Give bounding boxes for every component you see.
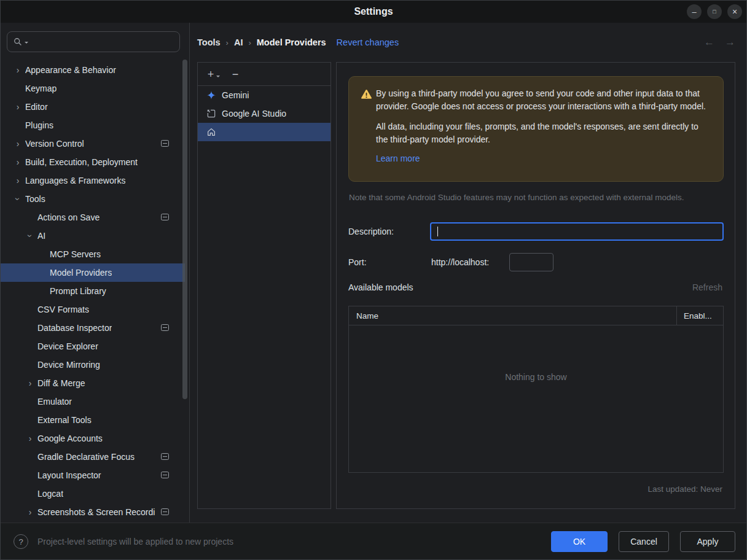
sidebar-item-tools[interactable]: ›Tools	[1, 190, 185, 208]
sidebar-item-editor[interactable]: ›Editor	[1, 98, 185, 116]
close-button[interactable]: ×	[727, 4, 742, 19]
configurable-badge-icon	[161, 324, 169, 331]
providers-toolbar: + −	[198, 63, 330, 86]
sidebar-item-screenshots-screen-recordi[interactable]: ›Screenshots & Screen Recordi	[1, 503, 185, 521]
sidebar-item-label: Model Providers	[50, 268, 112, 278]
chevron-right-icon[interactable]: ›	[10, 66, 25, 74]
provider-list: GeminiGoogle AI Studio	[198, 86, 330, 141]
ai-studio-icon	[206, 109, 216, 119]
sidebar-item-label: AI	[37, 231, 45, 241]
chevron-right-icon[interactable]: ›	[23, 379, 37, 387]
sidebar-item-label: Tools	[25, 194, 45, 204]
sidebar-item-label: Screenshots & Screen Recordi	[37, 507, 155, 517]
sidebar-item-label: Emulator	[37, 397, 72, 406]
sidebar-item-mcp-servers[interactable]: MCP Servers	[1, 245, 185, 263]
sidebar-item-csv-formats[interactable]: CSV Formats	[1, 300, 185, 319]
sidebar-item-build-execution-deployment[interactable]: ›Build, Execution, Deployment	[1, 153, 185, 171]
sidebar-item-device-explorer[interactable]: Device Explorer	[1, 337, 185, 356]
sidebar-scrollbar[interactable]	[182, 60, 187, 399]
warning-banner: By using a third-party model you agree t…	[348, 76, 724, 182]
provider-item-new[interactable]	[198, 123, 330, 141]
sidebar-item-label: Languages & Frameworks	[25, 176, 125, 185]
sidebar-item-keymap[interactable]: Keymap	[1, 79, 185, 98]
gemini-icon	[206, 90, 216, 100]
chevron-right-icon[interactable]: ›	[10, 176, 25, 185]
chevron-right-icon[interactable]: ›	[10, 158, 25, 166]
forward-icon[interactable]: →	[725, 36, 735, 49]
chevron-right-icon[interactable]: ›	[10, 103, 25, 111]
sidebar: ›Appearance & BehaviorKeymap›EditorPlugi…	[1, 23, 190, 523]
breadcrumb-model-providers[interactable]: Model Providers	[257, 37, 326, 47]
maximize-button[interactable]: □	[707, 4, 722, 19]
sidebar-item-label: Layout Inspector	[37, 470, 101, 480]
column-header-name[interactable]: Name	[349, 311, 378, 321]
port-label: Port:	[348, 253, 367, 271]
column-header-enabled[interactable]: Enabl...	[684, 311, 712, 321]
text-caret	[437, 227, 438, 236]
sidebar-item-ai[interactable]: ›AI	[1, 227, 185, 245]
add-provider-button[interactable]: +	[206, 69, 216, 80]
sidebar-item-languages-frameworks[interactable]: ›Languages & Frameworks	[1, 171, 185, 190]
port-input[interactable]	[509, 253, 553, 271]
sidebar-item-emulator[interactable]: Emulator	[1, 392, 185, 411]
cancel-button[interactable]: Cancel	[619, 531, 669, 552]
external-models-note: Note that some Android Studio features m…	[349, 193, 684, 202]
search-history-chevron-icon[interactable]	[25, 42, 28, 45]
minimize-button[interactable]: –	[687, 4, 702, 19]
titlebar[interactable]: Settings – □ ×	[1, 1, 746, 23]
sidebar-item-database-inspector[interactable]: Database Inspector	[1, 319, 185, 337]
breadcrumb-separator-icon: ›	[248, 38, 251, 47]
sidebar-item-diff-merge[interactable]: ›Diff & Merge	[1, 374, 185, 392]
configurable-badge-icon	[161, 453, 169, 460]
window-title: Settings	[1, 1, 746, 23]
sidebar-item-device-mirroring[interactable]: Device Mirroring	[1, 356, 185, 374]
empty-table-text: Nothing to show	[349, 372, 723, 382]
apply-button[interactable]: Apply	[680, 531, 735, 552]
chevron-down-icon[interactable]: ›	[26, 228, 34, 243]
sidebar-item-prompt-library[interactable]: Prompt Library	[1, 282, 185, 300]
settings-tree: ›Appearance & BehaviorKeymap›EditorPlugi…	[1, 61, 185, 521]
window-controls: – □ ×	[687, 4, 742, 19]
chevron-right-icon[interactable]: ›	[23, 434, 37, 443]
column-divider[interactable]	[676, 306, 677, 325]
sidebar-item-label: External Tools	[37, 415, 92, 425]
sidebar-item-layout-inspector[interactable]: Layout Inspector	[1, 466, 185, 484]
models-table-body: Nothing to show	[349, 325, 723, 473]
provider-item-google-ai-studio[interactable]: Google AI Studio	[198, 104, 330, 123]
chevron-down-icon[interactable]: ›	[14, 192, 22, 206]
revert-changes-link[interactable]: Revert changes	[337, 37, 399, 47]
sidebar-item-model-providers[interactable]: Model Providers	[1, 263, 185, 282]
search-icon	[14, 37, 22, 46]
configurable-badge-icon	[161, 140, 169, 147]
sidebar-item-version-control[interactable]: ›Version Control	[1, 134, 185, 153]
warning-icon	[361, 88, 372, 100]
sidebar-item-appearance-behavior[interactable]: ›Appearance & Behavior	[1, 61, 185, 79]
sidebar-item-google-accounts[interactable]: ›Google Accounts	[1, 429, 185, 448]
settings-window: Settings – □ × ›Appearance & BehaviorKey…	[0, 0, 747, 560]
refresh-button[interactable]: Refresh	[692, 282, 722, 292]
help-icon[interactable]: ?	[14, 534, 28, 549]
sidebar-item-plugins[interactable]: Plugins	[1, 116, 185, 134]
breadcrumb-ai[interactable]: AI	[234, 37, 243, 47]
chevron-right-icon[interactable]: ›	[10, 139, 25, 148]
sidebar-item-logcat[interactable]: Logcat	[1, 484, 185, 503]
breadcrumb-tools[interactable]: Tools	[197, 37, 221, 47]
provider-item-gemini[interactable]: Gemini	[198, 86, 330, 104]
localhost-prefix: http://localhost:	[431, 253, 489, 271]
providers-panel: + − GeminiGoogle AI Studio	[197, 62, 331, 509]
sidebar-item-label: Keymap	[25, 84, 57, 93]
breadcrumb: Tools › AI › Model Providers Revert chan…	[197, 31, 399, 53]
sidebar-item-label: Actions on Save	[37, 212, 100, 222]
sidebar-item-actions-on-save[interactable]: Actions on Save	[1, 208, 185, 227]
sidebar-item-external-tools[interactable]: External Tools	[1, 411, 185, 429]
chevron-right-icon[interactable]: ›	[23, 508, 37, 516]
ok-button[interactable]: OK	[551, 531, 608, 552]
search-input[interactable]	[7, 31, 180, 52]
back-icon[interactable]: ←	[704, 36, 714, 49]
learn-more-link[interactable]: Learn more	[376, 154, 420, 163]
remove-provider-button[interactable]: −	[230, 69, 240, 80]
sidebar-item-label: Gradle Declarative Focus	[37, 452, 135, 462]
warning-paragraph-2: All data, including your files, prompts,…	[376, 120, 712, 146]
sidebar-item-gradle-declarative-focus[interactable]: Gradle Declarative Focus	[1, 448, 185, 466]
description-input[interactable]	[430, 222, 724, 241]
